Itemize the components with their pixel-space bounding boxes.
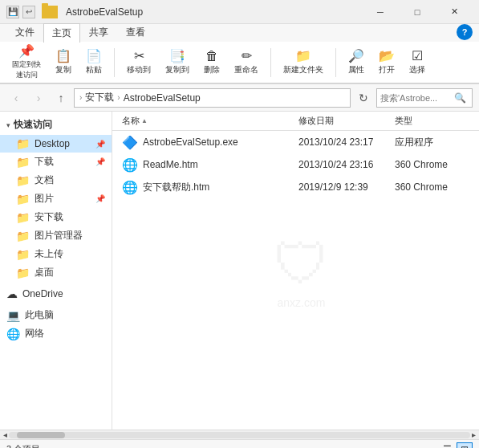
search-icon[interactable]: 🔍	[454, 92, 466, 104]
rename-button[interactable]: ✏ 重命名	[229, 45, 264, 80]
newfolder-label: 新建文件夹	[283, 64, 323, 75]
sidebar-item-desktop2[interactable]: 📁 桌面	[0, 263, 112, 282]
refresh-button[interactable]: ↻	[354, 88, 373, 108]
tab-view[interactable]: 查看	[117, 22, 154, 42]
sidebar-item-pictures[interactable]: 📁 图片 📌	[0, 189, 112, 208]
thispc-icon: 💻	[6, 309, 20, 322]
path-arrow2: ›	[117, 93, 120, 102]
sidebar-item-picmanager-label: 图片管理器	[35, 229, 83, 242]
newfolder-icon: 📁	[295, 50, 311, 63]
file-name-label-0: AstrobeEvalSetup.exe	[143, 136, 238, 148]
titlebar: 💾 ↩ AstrobeEvalSetup ─ □ ✕	[0, 0, 479, 24]
properties-button[interactable]: 🔎 属性	[343, 45, 370, 80]
open-icon: 📂	[379, 50, 395, 63]
documents-folder-icon: 📁	[16, 174, 30, 187]
copyto-button[interactable]: 📑 复制到	[160, 45, 195, 80]
sidebar-item-notupload[interactable]: 📁 未上传	[0, 245, 112, 263]
sidebar-item-desktop-label: Desktop	[35, 138, 70, 149]
forward-button[interactable]: ›	[29, 88, 48, 108]
newfolder-button[interactable]: 📁 新建文件夹	[278, 45, 329, 80]
help-button[interactable]: ?	[457, 24, 473, 40]
picmanager-folder-icon: 📁	[16, 230, 30, 242]
undo-icon[interactable]: ↩	[22, 6, 35, 18]
maximize-button[interactable]: □	[399, 0, 436, 24]
tab-share[interactable]: 共享	[80, 22, 117, 42]
sidebar-item-thispc[interactable]: 💻 此电脑	[0, 306, 112, 324]
path-root[interactable]: 安下载	[85, 91, 114, 104]
up-button[interactable]: ↑	[51, 88, 71, 108]
tab-file[interactable]: 文件	[6, 22, 43, 42]
col-date-label: 修改日期	[298, 115, 334, 127]
file-row-0[interactable]: 🔷 AstrobeEvalSetup.exe 2013/10/24 23:17 …	[112, 131, 479, 153]
search-box: 🔍	[376, 88, 473, 108]
desktop-folder-icon: 📁	[16, 137, 30, 150]
back-button[interactable]: ‹	[6, 88, 26, 108]
properties-label: 属性	[348, 64, 364, 75]
filelist-header: 名称 ▲ 修改日期 类型	[112, 112, 479, 131]
col-header-name[interactable]: 名称 ▲	[119, 115, 295, 127]
scrollbar-track[interactable]	[9, 432, 470, 438]
quick-access-header[interactable]: ▾ 快速访问	[0, 115, 112, 135]
file-icon-0: 🔷	[122, 135, 138, 150]
scroll-left-button[interactable]: ◂	[2, 430, 9, 439]
sidebar: ▾ 快速访问 📁 Desktop 📌 📁 下载 📌 📁 文档 📁 图片 📌 📁 …	[0, 112, 112, 430]
select-icon: ☑	[412, 50, 423, 63]
pin-to-quickaccess-button[interactable]: 📌 固定到快速访问	[6, 45, 47, 80]
copyto-icon: 📑	[169, 50, 185, 63]
delete-button[interactable]: 🗑 删除	[198, 45, 225, 80]
pin-indicator2: 📌	[95, 157, 105, 166]
save-icon[interactable]: 💾	[6, 6, 19, 18]
col-header-type[interactable]: 类型	[392, 115, 473, 127]
file-icon-1: 🌐	[122, 157, 138, 173]
file-date-0: 2013/10/24 23:17	[295, 136, 392, 148]
sidebar-item-network[interactable]: 🌐 网络	[0, 324, 112, 343]
network-icon: 🌐	[6, 328, 20, 340]
minimize-button[interactable]: ─	[362, 0, 399, 24]
file-row-1[interactable]: 🌐 ReadMe.htm 2013/10/24 23:16 360 Chrome	[112, 153, 479, 176]
open-label: 打开	[379, 64, 395, 75]
file-type-0: 应用程序	[392, 136, 473, 149]
onedrive-icon: ☁	[6, 287, 18, 300]
sidebar-item-onedrive[interactable]: ☁ OneDrive	[0, 285, 112, 303]
tab-home[interactable]: 主页	[43, 23, 80, 43]
paste-button[interactable]: 📄 粘贴	[80, 45, 108, 80]
path-child[interactable]: AstrobeEvalSetup	[124, 92, 201, 104]
sidebar-item-documents[interactable]: 📁 文档	[0, 171, 112, 189]
rename-icon: ✏	[242, 50, 252, 63]
properties-icon: 🔎	[348, 50, 364, 63]
ribbon-tabs: 文件 主页 共享 查看 ?	[0, 24, 479, 42]
copyto-label: 复制到	[165, 64, 189, 75]
move-icon: ✂	[134, 50, 144, 63]
copy-button[interactable]: 📋 复制	[50, 45, 77, 80]
close-button[interactable]: ✕	[436, 0, 473, 24]
col-header-date[interactable]: 修改日期	[295, 115, 392, 127]
sidebar-item-pictures-label: 图片	[35, 192, 54, 206]
open-button[interactable]: 📂 打开	[373, 45, 400, 80]
select-button[interactable]: ☑ 选择	[404, 45, 431, 80]
scrollbar-thumb[interactable]	[17, 432, 65, 438]
file-icon-2: 🌐	[122, 180, 138, 195]
detail-view-button[interactable]: ☰	[439, 442, 455, 449]
ribbon: 文件 主页 共享 查看 ? 📌 固定到快速访问 📋 复制 📄 粘贴 ✂ 移动到 …	[0, 24, 479, 84]
pin-icon: 📌	[18, 45, 35, 58]
list-view-button[interactable]: ⊞	[457, 442, 473, 449]
col-type-label: 类型	[395, 115, 412, 127]
search-input[interactable]	[380, 93, 453, 103]
quick-access-arrow: ▾	[6, 121, 10, 129]
sidebar-item-picmanager[interactable]: 📁 图片管理器	[0, 226, 112, 245]
folder-icon	[42, 6, 58, 18]
main-layout: ▾ 快速访问 📁 Desktop 📌 📁 下载 📌 📁 文档 📁 图片 📌 📁 …	[0, 112, 479, 430]
file-row-2[interactable]: 🌐 安下载帮助.htm 2019/12/9 12:39 360 Chrome	[112, 176, 479, 198]
window-controls: ─ □ ✕	[362, 0, 473, 24]
select-label: 选择	[409, 64, 425, 75]
sidebar-item-desktop[interactable]: 📁 Desktop 📌	[0, 135, 112, 153]
sidebar-item-andown[interactable]: 📁 安下载	[0, 208, 112, 226]
watermark-shield-icon: 🛡	[274, 232, 330, 296]
address-path[interactable]: › 安下载 › AstrobeEvalSetup	[74, 88, 351, 108]
pin-label: 固定到快速访问	[12, 59, 41, 80]
sidebar-item-downloads[interactable]: 📁 下载 📌	[0, 153, 112, 171]
titlebar-icons: 💾 ↩	[6, 6, 61, 18]
scroll-right-button[interactable]: ▸	[470, 430, 477, 439]
sidebar-item-downloads-label: 下载	[35, 155, 54, 169]
move-button[interactable]: ✂ 移动到	[121, 45, 156, 80]
